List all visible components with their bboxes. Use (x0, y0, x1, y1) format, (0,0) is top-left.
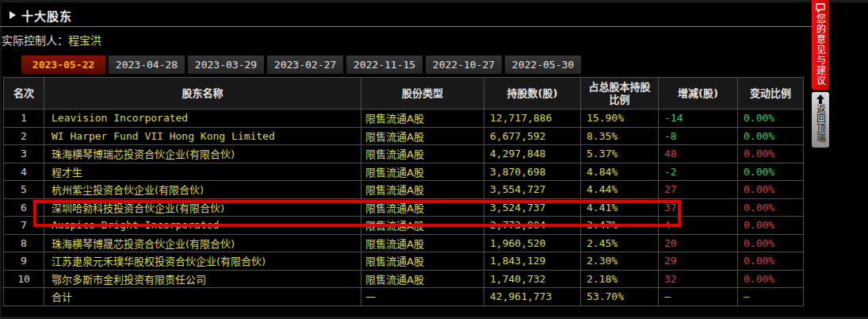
change-cell: 29 (659, 252, 738, 271)
table-row: 2 WI Harper Fund VII Hong Kong Limited 限… (4, 127, 804, 145)
shares-held-cell: 4,297,848 (484, 145, 581, 163)
shares-held-cell: 2,773,904 (484, 217, 581, 235)
change-cell: 4 (659, 217, 738, 235)
pct-cell: 8.35% (581, 127, 659, 145)
share-type-cell: 限售流通A股 (361, 270, 484, 288)
share-type-cell: 限售流通A股 (361, 252, 484, 271)
shareholder-name-cell: 鄂尔多斯市金利投资有限责任公司 (44, 270, 361, 288)
col-header-pct-of-total: 占总股本持股比例 (581, 78, 659, 110)
shares-held-cell: 1,740,732 (484, 270, 581, 288)
change-pct-cell: 0.00% (738, 234, 804, 252)
actual-controller-line: 实际控制人：程宝洪 (2, 32, 101, 48)
tab-date-2022-10-27[interactable]: 2022-10-27 (426, 56, 502, 74)
shares-held-cell: 1,843,129 (484, 252, 581, 271)
section-title: 十大股东 (21, 7, 72, 24)
shareholder-name-cell: WI Harper Fund VII Hong Kong Limited (44, 127, 361, 145)
shares-held-cell: 1,960,520 (484, 234, 581, 252)
table-row-highlighted: 6 深圳哈勃科技投资合伙企业(有限合伙) 限售流通A股 3,524,737 4.… (4, 198, 804, 217)
feedback-label: 您的意见与建议 (814, 13, 828, 86)
rank-cell: 1 (4, 110, 44, 128)
tab-date-2022-05-30[interactable]: 2022-05-30 (505, 56, 581, 74)
rank-cell: 4 (4, 163, 44, 181)
rank-cell: 8 (4, 234, 44, 252)
rank-cell (4, 288, 44, 306)
change-cell: 20 (659, 234, 738, 252)
pct-cell: 4.44% (581, 181, 659, 199)
pct-cell: 3.47% (581, 217, 659, 235)
change-pct-cell: 0.00% (738, 270, 804, 288)
share-type-cell: 限售流通A股 (361, 127, 484, 145)
change-pct-cell: 0.00% (738, 217, 804, 235)
shareholder-name-cell: 程才生 (44, 163, 361, 181)
shares-held-cell: 3,554,727 (484, 181, 581, 199)
pct-cell: 4.84% (581, 163, 659, 181)
shareholder-name-cell: 杭州紫尘投资合伙企业(有限合伙) (44, 181, 361, 199)
table-row: 8 珠海横琴博晟芯投资合伙企业(有限合伙) 限售流通A股 1,960,520 2… (4, 234, 804, 252)
change-pct-cell: — (738, 288, 804, 306)
tab-date-2023-05-22[interactable]: 2023-05-22 (21, 56, 105, 74)
shareholder-name-cell: 珠海横琴博瑞芯投资合伙企业(有限合伙) (44, 145, 361, 163)
shareholder-name-cell: 江苏疌泉元禾璞华股权投资合伙企业(有限合伙) (44, 252, 361, 271)
panel-top-border (0, 0, 868, 2)
share-type-cell: 限售流通A股 (361, 163, 484, 181)
change-pct-cell: 0.00% (738, 163, 804, 181)
tab-date-2023-04-28[interactable]: 2023-04-28 (109, 56, 185, 74)
share-type-cell: — (361, 288, 484, 306)
table-row: 5 杭州紫尘投资合伙企业(有限合伙) 限售流通A股 3,554,727 4.44… (4, 181, 804, 199)
shareholder-name-cell: 珠海横琴博晟芯投资合伙企业(有限合伙) (44, 234, 361, 252)
share-type-cell: 限售流通A股 (361, 145, 484, 163)
change-pct-cell: 0.00% (738, 198, 804, 217)
col-header-change: 增减(股) (659, 78, 738, 110)
table-row: 10 鄂尔多斯市金利投资有限责任公司 限售流通A股 1,740,732 2.18… (4, 270, 804, 288)
share-type-cell: 限售流通A股 (361, 217, 484, 235)
pct-cell: 2.45% (581, 234, 659, 252)
shares-held-cell: 12,717,886 (484, 110, 581, 128)
change-cell: — (659, 288, 738, 306)
rank-cell: 7 (4, 217, 44, 235)
total-label-cell: 合计 (44, 288, 361, 306)
rank-cell: 10 (4, 270, 44, 288)
change-cell: 27 (659, 181, 738, 199)
back-to-top-button[interactable]: 返回顶端 (812, 92, 829, 148)
rank-cell: 9 (4, 252, 44, 271)
col-header-shares-held: 持股数(股) (484, 78, 581, 110)
table-row: 9 江苏疌泉元禾璞华股权投资合伙企业(有限合伙) 限售流通A股 1,843,12… (4, 252, 804, 271)
change-cell: 32 (659, 270, 738, 288)
controller-label: 实际控制人： (2, 34, 68, 47)
shareholders-table: 名次 股东名称 股份类型 持股数(股) 占总股本持股比例 增减(股) 变动比例 … (3, 77, 804, 306)
controller-name: 程宝洪 (68, 34, 101, 47)
section-header[interactable]: 十大股东 (10, 6, 72, 25)
shares-held-cell: 3,870,698 (484, 163, 581, 181)
tab-date-2023-02-27[interactable]: 2023-02-27 (267, 56, 343, 74)
shares-held-cell: 42,961,773 (484, 288, 581, 306)
change-cell: -2 (659, 163, 738, 181)
share-type-cell: 限售流通A股 (361, 181, 484, 199)
pct-cell: 5.37% (581, 145, 659, 163)
col-header-rank: 名次 (4, 78, 44, 110)
rank-cell: 3 (4, 145, 44, 163)
table-row: 7 Auspice Bright Incorporated 限售流通A股 2,7… (4, 217, 804, 235)
change-pct-cell: 0.00% (738, 252, 804, 271)
tab-date-2022-11-15[interactable]: 2022-11-15 (346, 56, 423, 74)
table-row: 3 珠海横琴博瑞芯投资合伙企业(有限合伙) 限售流通A股 4,297,848 5… (4, 145, 804, 163)
back-to-top-label: 返回顶端 (814, 104, 828, 142)
tab-date-2023-03-29[interactable]: 2023-03-29 (188, 56, 264, 74)
shares-held-cell: 3,524,737 (484, 198, 581, 217)
top-shareholders-panel: 十大股东 实际控制人：程宝洪 2023-05-22 2023-04-28 202… (0, 0, 868, 319)
table-total-row: 合计 — 42,961,773 53.70% — — (4, 288, 804, 306)
change-cell: 37 (659, 198, 738, 217)
col-header-change-pct: 变动比例 (738, 78, 804, 110)
change-cell: -8 (659, 127, 738, 145)
share-type-cell: 限售流通A股 (361, 198, 484, 217)
feedback-banner[interactable]: 您的意见与建议 (812, 0, 829, 90)
speech-bubble-icon (815, 2, 826, 13)
rank-cell: 5 (4, 181, 44, 199)
pct-cell: 4.41% (581, 198, 659, 217)
shareholder-name-cell: 深圳哈勃科技投资合伙企业(有限合伙) (44, 198, 361, 217)
rank-cell: 2 (4, 127, 44, 145)
col-header-shareholder-name: 股东名称 (44, 78, 361, 110)
collapse-arrow-icon (10, 11, 16, 19)
change-pct-cell: 0.00% (738, 145, 804, 163)
shareholder-name-cell: Auspice Bright Incorporated (44, 217, 361, 235)
table-row: 1 Leavision Incorporated 限售流通A股 12,717,8… (4, 110, 804, 128)
